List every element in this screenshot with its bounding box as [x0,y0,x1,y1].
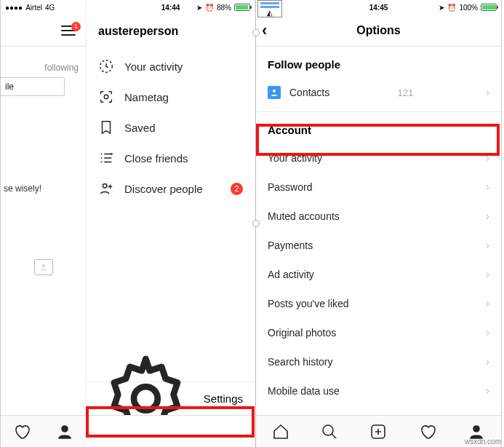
activity-icon [98,58,114,74]
chevron-right-icon: › [486,151,489,165]
drawer-item-activity[interactable]: Your activity [87,51,255,82]
profile-header: 1 [1,15,86,47]
contacts-icon [268,86,281,99]
option-your-activity[interactable]: Your activity › [256,143,501,173]
option-label: Payments [268,240,313,251]
section-follow-people: Follow people [256,47,501,78]
tagged-icon[interactable] [34,259,53,275]
drawer-item-saved[interactable]: Saved [87,112,255,143]
alarm-icon: ⏰ [205,4,214,12]
options-screen: 4G 14:45 ➤ ⏰ 100% ‹ Options Follow peopl… [255,0,502,447]
status-bar: ●●●● Airtel 4G [1,0,86,15]
chevron-right-icon: › [486,239,489,252]
drawer-label: Close friends [124,152,188,165]
contacts-count: 121 [398,87,418,98]
option-label: Mobile data use [268,385,340,397]
nav-arrow-icon: ➤ [439,4,444,12]
time-label: 14:45 [369,4,388,12]
option-posts-liked[interactable]: Posts you've liked › [256,289,501,318]
option-label: Original photos [268,327,336,339]
battery-icon [481,4,497,11]
option-password[interactable]: Password › [256,173,501,202]
selection-overlay-icon: ◭ [257,0,282,17]
chevron-right-icon: › [486,326,489,339]
bio-text: se wisely! [1,183,86,194]
option-contacts[interactable]: Contacts 121 › [256,78,501,107]
option-label: Your activity [268,152,322,164]
option-muted-accounts[interactable]: Muted accounts › [256,202,501,231]
chevron-right-icon: › [486,355,489,368]
network-label: 4G [45,4,55,12]
discover-icon [98,181,114,197]
profile-name-field[interactable]: ile [1,77,65,96]
back-button[interactable]: ‹ [262,21,267,40]
section-account: Account [256,111,501,143]
profile-screen-partial: ●●●● Airtel 4G 1 following ile se wisely… [0,0,86,447]
chevron-right-icon: › [486,384,489,397]
chevron-right-icon: › [486,297,489,310]
option-label: Posts you've liked [268,298,349,309]
watermark: wsxdn.com [465,438,501,446]
option-label: Ad activity [268,269,314,280]
discover-badge: 2 [231,183,243,195]
drawer-item-nametag[interactable]: Nametag [87,82,255,112]
status-bar: 14:44 ➤ ⏰ 88% [87,0,255,15]
saved-icon [98,119,114,135]
chevron-right-icon: › [486,181,489,194]
chevron-right-icon: › [486,268,489,281]
svg-point-0 [42,265,45,268]
tab-home[interactable] [271,422,290,441]
tab-heart[interactable] [12,422,31,441]
menu-button[interactable]: 1 [61,25,76,36]
drawer-footer-blank [87,415,255,447]
tab-heart[interactable] [418,422,437,441]
option-payments[interactable]: Payments › [256,231,501,260]
drawer-item-close-friends[interactable]: Close friends [87,143,255,173]
following-label[interactable]: following [1,57,86,73]
battery-pct: 100% [459,4,478,12]
option-label: Password [268,181,312,193]
carrier-label: Airtel [25,4,42,12]
tab-search[interactable] [320,422,339,441]
nav-bar: ‹ Options [256,15,501,47]
nav-arrow-icon: ➤ [196,4,202,12]
drawer-label: Your activity [124,60,183,73]
side-drawer: 14:44 ➤ ⏰ 88% austereperson Your activit… [86,0,255,447]
option-mobile-data[interactable]: Mobile data use › [256,376,501,406]
option-label: Muted accounts [268,210,340,222]
drawer-label: Nametag [124,91,169,103]
drawer-label: Saved [124,122,156,134]
drawer-label: Discover people [124,183,203,195]
tab-bar [1,415,86,447]
settings-label: Settings [204,392,243,405]
svg-point-4 [103,184,107,189]
close-friends-icon [98,150,114,166]
signal-icon: ●●●● [5,4,23,12]
option-ad-activity[interactable]: Ad activity › [256,260,501,289]
drawer-username: austereperson [87,15,255,51]
drawer-item-discover[interactable]: Discover people 2 [87,173,255,204]
svg-point-1 [62,426,68,432]
battery-pct: 88% [217,4,231,12]
option-label: Search history [268,356,332,368]
chevron-right-icon: › [486,86,489,99]
svg-point-6 [273,90,276,92]
svg-point-5 [134,387,158,411]
option-search-history[interactable]: Search history › [256,347,501,376]
battery-icon [234,4,250,11]
tab-profile[interactable] [55,422,74,441]
drawer-item-settings[interactable]: Settings [87,381,255,415]
tab-add[interactable] [369,422,388,441]
svg-point-7 [323,425,333,435]
svg-point-3 [104,95,108,99]
nav-title: Options [356,24,400,37]
notification-badge: 1 [71,22,81,31]
nametag-icon [98,89,114,105]
time-label: 14:44 [161,4,180,12]
alarm-icon: ⏰ [447,4,456,12]
option-original-photos[interactable]: Original photos › [256,318,501,347]
svg-point-9 [473,426,479,432]
option-label: Contacts [289,87,329,98]
chevron-right-icon: › [486,210,489,223]
status-bar: 4G 14:45 ➤ ⏰ 100% [256,0,501,15]
